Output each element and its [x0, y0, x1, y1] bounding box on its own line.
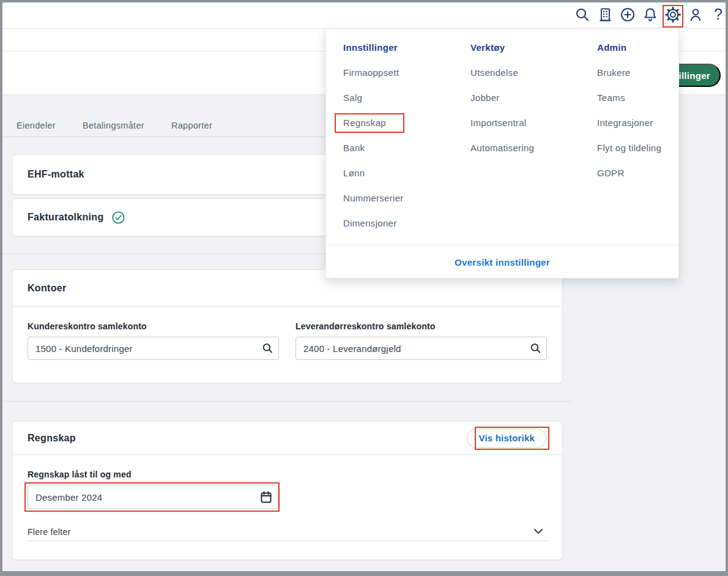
settings-dropdown-menu: Innstillinger Firmaoppsett Salg Regnskap…: [325, 29, 679, 279]
topbar-icon-group: ?: [574, 0, 727, 29]
kundereskontro-input[interactable]: [28, 337, 279, 360]
account-search-icon[interactable]: [530, 343, 541, 354]
regnskap-card-header: Regnskap Vis historikk: [13, 422, 562, 455]
kontoer-card-body: Kundereskontro samlekonto Leverandørresk…: [13, 307, 562, 375]
leverandorreskontro-input[interactable]: [295, 337, 547, 360]
tab-rapporter[interactable]: Rapporter: [171, 121, 212, 130]
kontoer-title: Kontoer: [28, 283, 66, 294]
flere-felter-label: Flere felter: [28, 527, 71, 537]
menu-item-regnskap[interactable]: Regnskap: [343, 110, 404, 135]
menu-item-jobber[interactable]: Jobber: [470, 85, 534, 110]
tab-eiendeler[interactable]: Eiendeler: [17, 121, 56, 130]
tab-betalingsmater[interactable]: Betalingsmåter: [83, 121, 144, 130]
fakturatolkning-title: Fakturatolkning: [28, 212, 104, 223]
menu-item-bank[interactable]: Bank: [343, 135, 404, 160]
oversikt-innstillinger-link[interactable]: Oversikt innstillinger: [455, 257, 550, 267]
menu-item-integrasjoner[interactable]: Integrasjoner: [597, 110, 661, 135]
regnskap-card: Regnskap Vis historikk Regnskap låst til…: [12, 421, 563, 560]
menu-item-dimensjoner[interactable]: Dimensjoner: [343, 211, 404, 236]
calendar-icon[interactable]: [259, 490, 273, 504]
locked-date-label: Regnskap låst til og med: [28, 469, 548, 479]
window-frame-bottom: [0, 571, 728, 576]
menu-item-salg[interactable]: Salg: [343, 85, 404, 110]
leverandorreskontro-label: Leverandørreskontro samlekonto: [295, 321, 547, 331]
user-profile-icon[interactable]: [687, 6, 704, 23]
search-icon[interactable]: [574, 6, 591, 23]
company-building-icon[interactable]: [596, 6, 614, 23]
add-plus-circle-icon[interactable]: [619, 6, 636, 23]
vis-historikk-button[interactable]: Vis historikk: [467, 428, 546, 448]
help-icon[interactable]: ?: [710, 6, 727, 23]
dropdown-footer: Oversikt innstillinger: [326, 245, 678, 279]
menu-item-importsentral[interactable]: Importsentral: [470, 110, 534, 135]
kundereskontro-field: Kundereskontro samlekonto: [28, 321, 279, 360]
ehf-mottak-title: EHF-mottak: [28, 169, 84, 180]
flere-felter-toggle[interactable]: Flere felter: [28, 523, 548, 541]
chevron-down-icon: [534, 529, 543, 534]
menu-item-nummerserier[interactable]: Nummerserier: [343, 185, 404, 211]
menu-item-automatisering[interactable]: Automatisering: [470, 135, 534, 160]
app-window: ? stillinger Eiendeler Betalingsmåter Ra…: [0, 0, 728, 576]
menu-column-verktoy: Verktøy Utsendelse Jobber Importsentral …: [470, 35, 534, 160]
account-search-icon[interactable]: [262, 343, 273, 354]
regnskap-title: Regnskap: [28, 433, 76, 444]
menu-header-innstillinger: Innstillinger: [343, 35, 404, 60]
menu-header-verktoy: Verktøy: [470, 35, 534, 60]
notifications-bell-icon[interactable]: [642, 6, 659, 23]
kundereskontro-label: Kundereskontro samlekonto: [28, 321, 279, 331]
section-divider: [0, 401, 572, 402]
menu-item-teams[interactable]: Teams: [597, 85, 661, 110]
locked-date-input[interactable]: [28, 485, 278, 509]
help-question-glyph: ?: [714, 7, 722, 22]
check-circle-icon: [111, 211, 125, 225]
menu-header-admin: Admin: [597, 35, 661, 60]
menu-item-gdpr[interactable]: GDPR: [597, 160, 661, 185]
menu-column-admin: Admin Brukere Teams Integrasjoner Flyt o…: [597, 35, 661, 185]
leverandorreskontro-field: Leverandørreskontro samlekonto: [295, 321, 547, 360]
menu-item-firmaoppsett[interactable]: Firmaoppsett: [343, 60, 404, 85]
menu-item-utsendelse[interactable]: Utsendelse: [470, 60, 534, 85]
menu-item-flyt-og-tildeling[interactable]: Flyt og tildeling: [597, 135, 661, 160]
menu-item-lonn[interactable]: Lønn: [343, 160, 404, 185]
kontoer-card: Kontoer Kundereskontro samlekonto: [12, 269, 563, 383]
menu-item-brukere[interactable]: Brukere: [597, 60, 661, 85]
menu-column-innstillinger: Innstillinger Firmaoppsett Salg Regnskap…: [343, 35, 404, 236]
regnskap-card-body: Regnskap låst til og med Flere felter: [13, 455, 562, 556]
settings-gear-icon[interactable]: [664, 6, 682, 23]
